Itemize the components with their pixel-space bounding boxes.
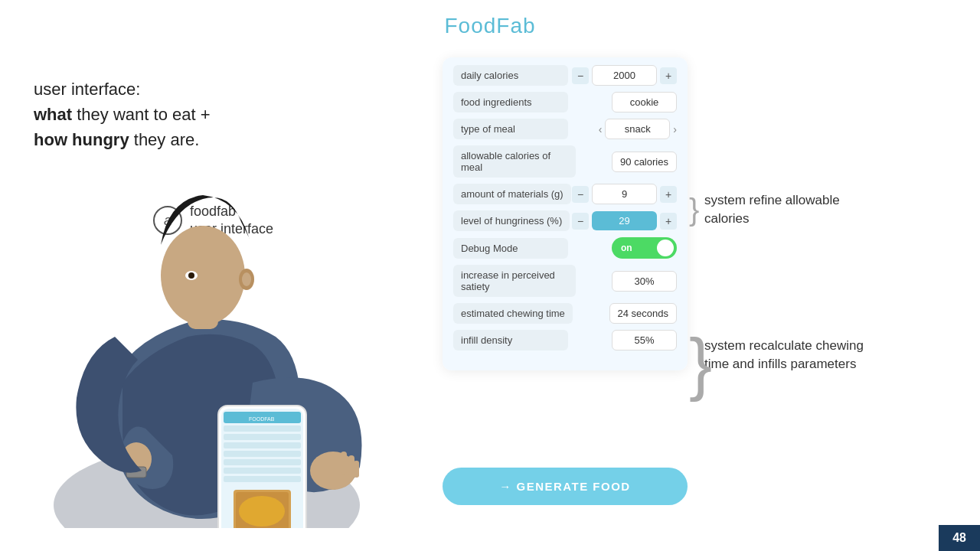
plus-button[interactable]: + xyxy=(660,186,677,203)
svg-point-8 xyxy=(242,272,251,286)
arrows-value: snack xyxy=(605,119,670,139)
ui-row: allowable calories of meal90 calories xyxy=(453,145,677,178)
stepper-value: 2000 xyxy=(592,65,657,86)
minus-button[interactable]: − xyxy=(572,67,589,84)
row-control: 90 calories xyxy=(612,152,677,172)
line3-suffix: they are. xyxy=(129,130,200,149)
page-number: 48 xyxy=(939,525,980,551)
svg-rect-21 xyxy=(224,476,301,482)
person-illustration: FOODFAB GENERATE FOOD xyxy=(23,184,398,513)
row-label: food ingredients xyxy=(453,92,568,112)
minus-button[interactable]: − xyxy=(572,186,589,203)
row-control: ‹snack› xyxy=(599,119,677,139)
bracket-top: } xyxy=(689,193,699,227)
ui-row: daily calories−2000+ xyxy=(453,65,677,86)
svg-rect-16 xyxy=(224,434,301,440)
svg-rect-2 xyxy=(341,452,347,474)
plus-button[interactable]: + xyxy=(660,67,677,84)
svg-rect-3 xyxy=(348,455,354,477)
text-value: 30% xyxy=(612,271,677,292)
ui-row: increase in perceived satiety30% xyxy=(453,265,677,297)
line2-suffix: they want to eat + xyxy=(72,105,210,124)
row-control: −29+ xyxy=(572,211,677,230)
line3: how hungry they are. xyxy=(34,127,211,152)
line1: user interface: xyxy=(34,77,211,102)
line2-bold: what xyxy=(34,105,72,124)
annotation-top: system refine allowable calories xyxy=(704,191,873,228)
ui-panel: daily calories−2000+food ingredientscook… xyxy=(443,57,688,370)
row-label: daily calories xyxy=(453,65,568,86)
toggle-knob xyxy=(657,240,674,256)
text-value: 90 calories xyxy=(612,152,677,172)
row-control: cookie xyxy=(612,92,677,112)
svg-point-24 xyxy=(239,496,285,527)
svg-rect-17 xyxy=(224,442,301,448)
ui-row: type of meal‹snack› xyxy=(453,119,677,139)
toggle-label: on xyxy=(621,243,632,253)
line2: what they want to eat + xyxy=(34,102,211,127)
text-value: 55% xyxy=(612,330,677,350)
row-label: increase in perceived satiety xyxy=(453,265,576,297)
plus-button[interactable]: + xyxy=(660,213,677,230)
text-value: 24 seconds xyxy=(609,303,678,324)
generate-button[interactable]: → GENERATE FOOD xyxy=(443,468,688,505)
row-control: on xyxy=(612,237,677,259)
row-control: 55% xyxy=(612,330,677,350)
ui-row: level of hungriness (%)−29+ xyxy=(453,210,677,231)
line3-bold: how hungry xyxy=(34,130,129,149)
stepper-value: 29 xyxy=(592,211,657,230)
bracket-bottom: } xyxy=(689,329,712,398)
ui-row: estimated chewing time24 seconds xyxy=(453,303,677,324)
svg-rect-15 xyxy=(224,425,301,432)
minus-button[interactable]: − xyxy=(572,213,589,230)
text-value: cookie xyxy=(612,92,677,112)
row-control: 24 seconds xyxy=(609,303,678,324)
svg-text:FOODFAB: FOODFAB xyxy=(249,416,275,422)
row-control: −9+ xyxy=(572,184,677,204)
svg-rect-18 xyxy=(224,451,301,457)
row-label: allowable calories of meal xyxy=(453,145,576,178)
svg-point-6 xyxy=(161,226,245,325)
app-title: FoodFab xyxy=(0,0,980,38)
stepper-value: 9 xyxy=(592,184,657,204)
svg-rect-4 xyxy=(354,461,359,478)
illustration-svg: FOODFAB GENERATE FOOD xyxy=(23,184,398,528)
toggle-switch[interactable]: on xyxy=(612,237,677,259)
annotation-bottom: system recalculate chewing time and infi… xyxy=(704,337,888,373)
row-label: type of meal xyxy=(453,119,568,139)
svg-rect-19 xyxy=(224,459,301,465)
left-description: user interface: what they want to eat + … xyxy=(34,77,211,152)
row-control: 30% xyxy=(612,271,677,292)
ui-row: infill density55% xyxy=(453,330,677,350)
row-label: level of hungriness (%) xyxy=(453,210,570,231)
ui-row: Debug Modeon xyxy=(453,237,677,259)
svg-rect-20 xyxy=(224,468,301,474)
row-label: Debug Mode xyxy=(453,238,568,259)
ui-row: food ingredientscookie xyxy=(453,92,677,112)
row-control: −2000+ xyxy=(572,65,677,86)
left-arrow-button[interactable]: ‹ xyxy=(599,123,603,135)
right-arrow-button[interactable]: › xyxy=(673,123,677,135)
row-label: infill density xyxy=(453,330,568,350)
ui-row: amount of materials (g)−9+ xyxy=(453,184,677,204)
row-label: estimated chewing time xyxy=(453,303,573,324)
row-label: amount of materials (g) xyxy=(453,184,571,204)
svg-point-10 xyxy=(188,272,194,279)
